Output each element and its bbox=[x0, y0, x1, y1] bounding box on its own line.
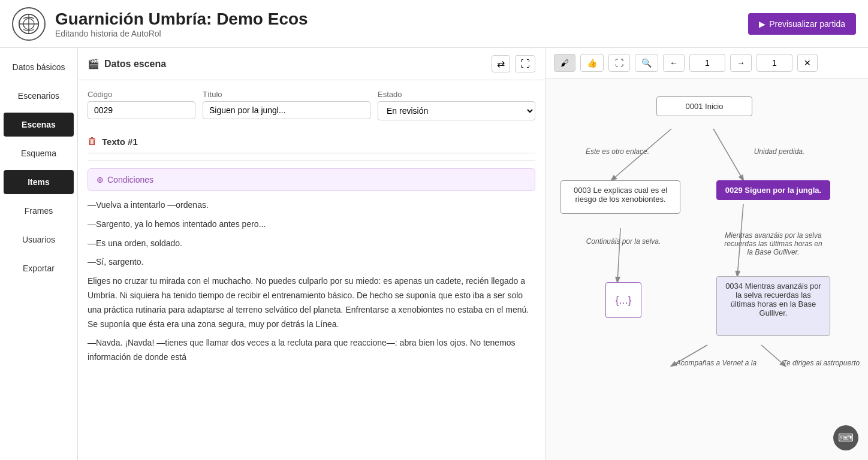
keyboard-icon: ⌨ bbox=[838, 431, 854, 444]
node-label-0003: 0003 Le explicas cual es el riesgo de lo… bbox=[574, 186, 667, 204]
main-content: 🎬 Datos escena ⇄ ⛶ Código Título bbox=[78, 48, 868, 460]
total-pages-input[interactable] bbox=[757, 54, 792, 72]
text-section: 🗑 Texto #1 ⊕ Condiciones —Vuelva a inten… bbox=[78, 130, 545, 379]
edge-label-5: Acompañas a Vernet a la bbox=[671, 359, 761, 367]
text-content: —Vuelva a intentarlo —ordenas. —Sargento… bbox=[88, 198, 535, 365]
flow-panel: 🖌 👍 ⛶ 🔍 ← → ✕ bbox=[545, 48, 868, 460]
node-0001[interactable]: 0001 Inicio bbox=[656, 96, 752, 116]
node-label-0029: 0029 Siguen por la jungla. bbox=[725, 186, 821, 195]
scene-header-actions: ⇄ ⛶ bbox=[492, 55, 535, 72]
trash-icon: 🗑 bbox=[88, 136, 97, 147]
expand-icon-button[interactable]: ⛶ bbox=[515, 55, 535, 72]
paragraph-1: —Vuelva a intentarlo —ordenas. bbox=[88, 198, 535, 213]
divider bbox=[88, 161, 535, 161]
paragraph-3: —Es una orden, soldado. bbox=[88, 237, 535, 251]
node-label-0034: 0034 Mientras avanzáis por la selva recu… bbox=[725, 282, 821, 317]
svg-line-6 bbox=[617, 228, 620, 282]
scene-section-header: 🎬 Datos escena ⇄ ⛶ bbox=[78, 48, 545, 80]
sidebar-item-escenarios[interactable]: Escenarios bbox=[4, 84, 74, 108]
codigo-field-group: Código bbox=[88, 90, 195, 119]
section-title: 🎬 Datos escena bbox=[88, 58, 166, 69]
titulo-input[interactable] bbox=[203, 101, 370, 119]
flow-svg bbox=[545, 78, 868, 460]
swap-icon-button[interactable]: ⇄ bbox=[492, 55, 510, 72]
paragraph-6: —Navda. ¡Navda! —tienes que llamar dos v… bbox=[88, 336, 535, 365]
paragraph-4: —Sí, sargento. bbox=[88, 255, 535, 270]
node-0003[interactable]: 0003 Le explicas cual es el riesgo de lo… bbox=[560, 180, 680, 214]
preview-button[interactable]: ▶ Previsualizar partida bbox=[748, 13, 856, 35]
sidebar-item-items[interactable]: Items bbox=[4, 170, 74, 194]
prev-page-button[interactable]: ← bbox=[663, 54, 685, 72]
header-title: Guarnición Umbría: Demo Ecos Editando hi… bbox=[55, 10, 308, 38]
scene-editor: 🎬 Datos escena ⇄ ⛶ Código Título bbox=[78, 48, 545, 460]
conditions-area: ⊕ Condiciones bbox=[88, 168, 535, 191]
conditions-button[interactable]: ⊕ Condiciones bbox=[97, 175, 153, 184]
text-section-title: Texto #1 bbox=[102, 137, 138, 147]
paragraph-5: Eliges no cruzar tu mirada con el muchac… bbox=[88, 274, 535, 331]
edge-label-6: Te diriges al astropuerto bbox=[776, 359, 866, 367]
text-section-header: 🗑 Texto #1 bbox=[88, 130, 535, 153]
codigo-input[interactable] bbox=[88, 101, 195, 119]
sidebar: Datos básicos Escenarios Escenas Esquema… bbox=[0, 48, 78, 460]
zoom-tool-button[interactable]: 🔍 bbox=[635, 54, 658, 72]
edge-label-2: Unidad perdida. bbox=[737, 147, 821, 156]
main-layout: Datos básicos Escenarios Escenas Esquema… bbox=[0, 48, 868, 460]
flow-canvas: 0001 Inicio Este es otro enlace. Unidad … bbox=[545, 78, 868, 460]
flow-toolbar: 🖌 👍 ⛶ 🔍 ← → ✕ bbox=[545, 48, 868, 78]
sidebar-item-datos-basicos[interactable]: Datos básicos bbox=[4, 55, 74, 79]
scene-fields: Código Título Estado Borrador En revisió… bbox=[78, 80, 545, 130]
app-subtitle: Editando historia de AutoRol bbox=[55, 29, 308, 38]
sidebar-item-usuarios[interactable]: Usuarios bbox=[4, 228, 74, 252]
sidebar-item-escenas[interactable]: Escenas bbox=[4, 113, 74, 137]
estado-field-group: Estado Borrador En revisión Publicado bbox=[378, 90, 535, 120]
titulo-field-group: Título bbox=[203, 90, 370, 119]
thumb-tool-button[interactable]: 👍 bbox=[580, 54, 604, 72]
node-curly[interactable]: {...} bbox=[605, 282, 641, 318]
paint-tool-button[interactable]: 🖌 bbox=[554, 54, 575, 72]
node-0029[interactable]: 0029 Siguen por la jungla. bbox=[716, 180, 830, 200]
sidebar-item-esquema[interactable]: Esquema bbox=[4, 141, 74, 165]
keyboard-fab[interactable]: ⌨ bbox=[833, 425, 858, 450]
codigo-label: Código bbox=[88, 90, 195, 99]
titulo-label: Título bbox=[203, 90, 370, 99]
sidebar-item-frames[interactable]: Frames bbox=[4, 199, 74, 223]
node-0034[interactable]: 0034 Mientras avanzáis por la selva recu… bbox=[716, 276, 830, 336]
estado-label: Estado bbox=[378, 90, 535, 99]
code-icon: {...} bbox=[615, 294, 631, 307]
edge-label-3: Continuáis por la selva. bbox=[581, 237, 665, 246]
play-icon: ▶ bbox=[759, 19, 765, 29]
logo bbox=[12, 7, 46, 41]
edge-label-1: Este es otro enlace. bbox=[575, 147, 659, 156]
film-icon: 🎬 bbox=[88, 58, 100, 69]
sidebar-item-exportar[interactable]: Exportar bbox=[4, 256, 74, 280]
header: Guarnición Umbría: Demo Ecos Editando hi… bbox=[0, 0, 868, 48]
current-page-input[interactable] bbox=[689, 54, 725, 72]
next-page-button[interactable]: → bbox=[730, 54, 752, 72]
close-flow-button[interactable]: ✕ bbox=[797, 54, 818, 72]
node-label-0001: 0001 Inicio bbox=[686, 102, 724, 111]
plus-circle-icon: ⊕ bbox=[97, 175, 104, 184]
edge-label-4: Mientras avanzáis por la selva recuerdas… bbox=[722, 231, 824, 256]
header-left: Guarnición Umbría: Demo Ecos Editando hi… bbox=[12, 7, 308, 41]
fullscreen-tool-button[interactable]: ⛶ bbox=[608, 54, 630, 72]
app-title: Guarnición Umbría: Demo Ecos bbox=[55, 10, 308, 29]
paragraph-2: —Sargento, ya lo hemos intentado antes p… bbox=[88, 217, 535, 232]
estado-select[interactable]: Borrador En revisión Publicado bbox=[378, 101, 535, 120]
